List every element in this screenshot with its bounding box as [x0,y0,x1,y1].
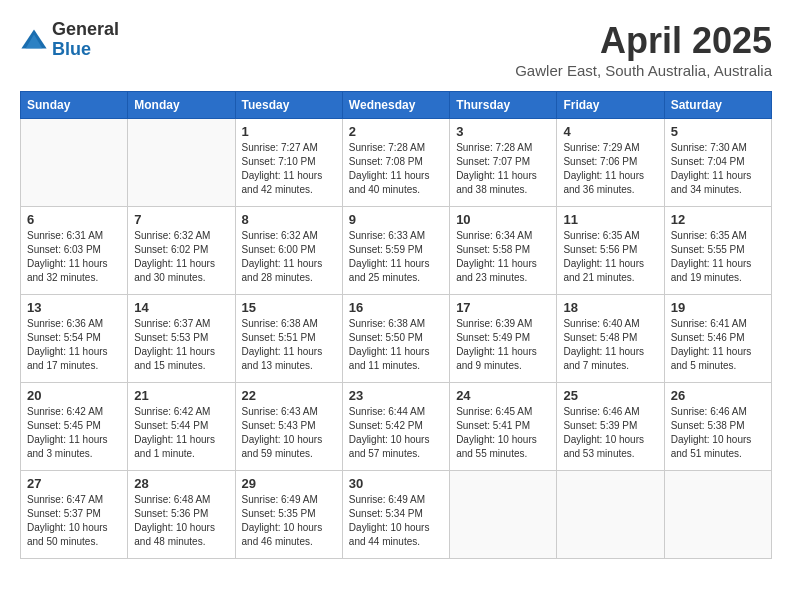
day-number: 29 [242,476,336,491]
day-info: Sunrise: 6:38 AMSunset: 5:51 PMDaylight:… [242,317,336,373]
day-info: Sunrise: 6:32 AMSunset: 6:02 PMDaylight:… [134,229,228,285]
day-info: Sunrise: 6:45 AMSunset: 5:41 PMDaylight:… [456,405,550,461]
day-cell: 6Sunrise: 6:31 AMSunset: 6:03 PMDaylight… [21,207,128,295]
day-cell: 29Sunrise: 6:49 AMSunset: 5:35 PMDayligh… [235,471,342,559]
calendar: SundayMondayTuesdayWednesdayThursdayFrid… [20,91,772,559]
title-location: Gawler East, South Australia, Australia [515,62,772,79]
day-cell: 22Sunrise: 6:43 AMSunset: 5:43 PMDayligh… [235,383,342,471]
day-info: Sunrise: 7:27 AMSunset: 7:10 PMDaylight:… [242,141,336,197]
day-info: Sunrise: 6:49 AMSunset: 5:35 PMDaylight:… [242,493,336,549]
day-cell: 8Sunrise: 6:32 AMSunset: 6:00 PMDaylight… [235,207,342,295]
day-info: Sunrise: 6:43 AMSunset: 5:43 PMDaylight:… [242,405,336,461]
day-cell: 9Sunrise: 6:33 AMSunset: 5:59 PMDaylight… [342,207,449,295]
day-info: Sunrise: 6:46 AMSunset: 5:39 PMDaylight:… [563,405,657,461]
column-header-tuesday: Tuesday [235,92,342,119]
day-info: Sunrise: 6:42 AMSunset: 5:45 PMDaylight:… [27,405,121,461]
day-number: 3 [456,124,550,139]
day-cell [557,471,664,559]
calendar-header: SundayMondayTuesdayWednesdayThursdayFrid… [21,92,772,119]
day-info: Sunrise: 6:40 AMSunset: 5:48 PMDaylight:… [563,317,657,373]
week-row-3: 13Sunrise: 6:36 AMSunset: 5:54 PMDayligh… [21,295,772,383]
day-cell [21,119,128,207]
day-number: 18 [563,300,657,315]
day-info: Sunrise: 7:29 AMSunset: 7:06 PMDaylight:… [563,141,657,197]
column-header-saturday: Saturday [664,92,771,119]
week-row-2: 6Sunrise: 6:31 AMSunset: 6:03 PMDaylight… [21,207,772,295]
day-number: 12 [671,212,765,227]
day-number: 21 [134,388,228,403]
day-info: Sunrise: 7:28 AMSunset: 7:08 PMDaylight:… [349,141,443,197]
day-info: Sunrise: 6:48 AMSunset: 5:36 PMDaylight:… [134,493,228,549]
logo-blue: Blue [52,40,119,60]
day-number: 9 [349,212,443,227]
column-header-friday: Friday [557,92,664,119]
day-cell [450,471,557,559]
day-number: 17 [456,300,550,315]
day-number: 8 [242,212,336,227]
header-row: SundayMondayTuesdayWednesdayThursdayFrid… [21,92,772,119]
day-number: 4 [563,124,657,139]
day-cell: 27Sunrise: 6:47 AMSunset: 5:37 PMDayligh… [21,471,128,559]
day-number: 7 [134,212,228,227]
day-number: 24 [456,388,550,403]
column-header-wednesday: Wednesday [342,92,449,119]
column-header-thursday: Thursday [450,92,557,119]
day-info: Sunrise: 6:32 AMSunset: 6:00 PMDaylight:… [242,229,336,285]
title-block: April 2025 Gawler East, South Australia,… [515,20,772,79]
week-row-4: 20Sunrise: 6:42 AMSunset: 5:45 PMDayligh… [21,383,772,471]
day-number: 6 [27,212,121,227]
day-cell: 15Sunrise: 6:38 AMSunset: 5:51 PMDayligh… [235,295,342,383]
day-info: Sunrise: 6:46 AMSunset: 5:38 PMDaylight:… [671,405,765,461]
day-cell: 3Sunrise: 7:28 AMSunset: 7:07 PMDaylight… [450,119,557,207]
day-number: 15 [242,300,336,315]
day-cell: 13Sunrise: 6:36 AMSunset: 5:54 PMDayligh… [21,295,128,383]
column-header-sunday: Sunday [21,92,128,119]
day-cell: 1Sunrise: 7:27 AMSunset: 7:10 PMDaylight… [235,119,342,207]
day-cell [664,471,771,559]
day-cell: 5Sunrise: 7:30 AMSunset: 7:04 PMDaylight… [664,119,771,207]
day-number: 2 [349,124,443,139]
day-cell: 28Sunrise: 6:48 AMSunset: 5:36 PMDayligh… [128,471,235,559]
day-number: 28 [134,476,228,491]
day-number: 11 [563,212,657,227]
week-row-1: 1Sunrise: 7:27 AMSunset: 7:10 PMDaylight… [21,119,772,207]
logo-general: General [52,20,119,40]
day-info: Sunrise: 6:33 AMSunset: 5:59 PMDaylight:… [349,229,443,285]
day-number: 5 [671,124,765,139]
day-info: Sunrise: 6:44 AMSunset: 5:42 PMDaylight:… [349,405,443,461]
logo-icon [20,26,48,54]
calendar-body: 1Sunrise: 7:27 AMSunset: 7:10 PMDaylight… [21,119,772,559]
day-cell: 24Sunrise: 6:45 AMSunset: 5:41 PMDayligh… [450,383,557,471]
day-number: 14 [134,300,228,315]
day-number: 22 [242,388,336,403]
day-number: 16 [349,300,443,315]
day-info: Sunrise: 6:49 AMSunset: 5:34 PMDaylight:… [349,493,443,549]
header: General Blue April 2025 Gawler East, Sou… [20,20,772,79]
day-number: 23 [349,388,443,403]
day-cell: 19Sunrise: 6:41 AMSunset: 5:46 PMDayligh… [664,295,771,383]
title-month: April 2025 [515,20,772,62]
day-number: 19 [671,300,765,315]
day-cell: 10Sunrise: 6:34 AMSunset: 5:58 PMDayligh… [450,207,557,295]
day-cell [128,119,235,207]
day-cell: 16Sunrise: 6:38 AMSunset: 5:50 PMDayligh… [342,295,449,383]
day-info: Sunrise: 6:42 AMSunset: 5:44 PMDaylight:… [134,405,228,461]
day-cell: 11Sunrise: 6:35 AMSunset: 5:56 PMDayligh… [557,207,664,295]
day-number: 27 [27,476,121,491]
day-cell: 26Sunrise: 6:46 AMSunset: 5:38 PMDayligh… [664,383,771,471]
day-cell: 4Sunrise: 7:29 AMSunset: 7:06 PMDaylight… [557,119,664,207]
week-row-5: 27Sunrise: 6:47 AMSunset: 5:37 PMDayligh… [21,471,772,559]
day-cell: 20Sunrise: 6:42 AMSunset: 5:45 PMDayligh… [21,383,128,471]
day-cell: 17Sunrise: 6:39 AMSunset: 5:49 PMDayligh… [450,295,557,383]
day-info: Sunrise: 6:36 AMSunset: 5:54 PMDaylight:… [27,317,121,373]
day-info: Sunrise: 6:35 AMSunset: 5:56 PMDaylight:… [563,229,657,285]
day-info: Sunrise: 7:28 AMSunset: 7:07 PMDaylight:… [456,141,550,197]
day-info: Sunrise: 6:35 AMSunset: 5:55 PMDaylight:… [671,229,765,285]
day-info: Sunrise: 6:37 AMSunset: 5:53 PMDaylight:… [134,317,228,373]
day-number: 10 [456,212,550,227]
day-info: Sunrise: 7:30 AMSunset: 7:04 PMDaylight:… [671,141,765,197]
logo-text: General Blue [52,20,119,60]
day-cell: 18Sunrise: 6:40 AMSunset: 5:48 PMDayligh… [557,295,664,383]
day-cell: 23Sunrise: 6:44 AMSunset: 5:42 PMDayligh… [342,383,449,471]
day-info: Sunrise: 6:34 AMSunset: 5:58 PMDaylight:… [456,229,550,285]
